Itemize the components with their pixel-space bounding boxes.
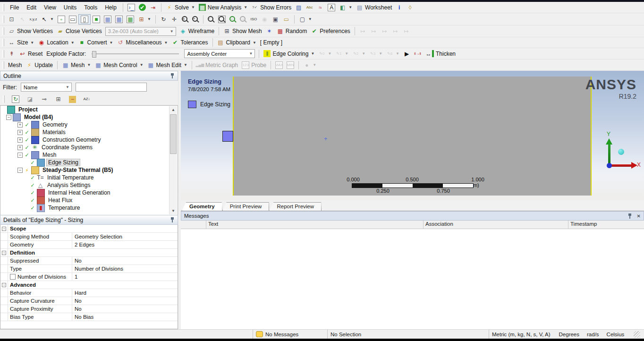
details-row[interactable]: TypeNumber of Divisions (0, 265, 178, 273)
wireframe-button[interactable]: ◈Wireframe (178, 26, 216, 36)
update-button[interactable]: ⚡Update (24, 60, 55, 70)
tag-icon[interactable]: ◊ (405, 2, 415, 13)
edge-direction-icon-4[interactable]: ↦ (390, 26, 401, 36)
direction-pin-icon[interactable]: ▶ (401, 49, 412, 59)
details-value[interactable]: 2 Edges (72, 241, 178, 248)
new-comment-icon[interactable]: Abc (304, 2, 315, 13)
convert-button[interactable]: ■Convert▼ (76, 37, 115, 48)
scrollbar-thumb[interactable] (170, 114, 177, 154)
wand-button[interactable]: ◪ (25, 94, 35, 104)
zoom-in-icon[interactable]: + (190, 14, 201, 25)
tree-item-analysis-settings[interactable]: ✓△Analysis Settings (0, 181, 178, 189)
wind-vane-icon[interactable]: ✶ (264, 26, 275, 36)
tree-item-coordinate-systems[interactable]: +✓✳Coordinate Systems (0, 144, 178, 151)
remote-solve-icon[interactable]: ⇥ (148, 2, 159, 13)
details-row[interactable]: Bias TypeNo Bias (0, 313, 178, 321)
tab-print-preview[interactable]: Print Preview (222, 202, 270, 211)
new-analysis-button[interactable]: ▦New Analysis▼ (197, 2, 249, 13)
column-header-text[interactable]: Text (206, 221, 424, 229)
sort-az-button[interactable]: AZ↓ (81, 94, 92, 104)
show-vertices-button[interactable]: ▱Show Vertices (6, 26, 55, 36)
menu-units[interactable]: Units (60, 3, 80, 12)
edge-direction-icon-2[interactable]: ↦ (368, 26, 379, 36)
mesh-edit-button[interactable]: ▦Mesh Edit▼ (145, 60, 189, 70)
toolbar-grip[interactable] (2, 27, 4, 35)
menu-help[interactable]: Help (101, 3, 120, 12)
collapse-icon[interactable]: − (2, 227, 6, 231)
min-annotation-icon[interactable]: MIN (285, 60, 296, 70)
collapse-icon[interactable]: − (2, 283, 6, 287)
new-figure-icon[interactable]: ▨ (293, 2, 304, 13)
explode-reset-button[interactable]: ↩Reset (17, 49, 44, 59)
collapse-icon[interactable]: − (2, 251, 6, 255)
menu-tools[interactable]: Tools (80, 3, 101, 12)
filter-select[interactable]: Name ▼ (21, 83, 72, 92)
thicken-button[interactable]: ↔Thicken (423, 49, 458, 59)
checkbox[interactable] (10, 274, 16, 280)
viewport[interactable]: + Edge Sizing 7/8/2020 7:58 AM Edge Sizi… (181, 71, 644, 200)
menu-edit[interactable]: Edit (23, 3, 40, 12)
select-element-faces-icon[interactable]: ▦ (125, 14, 136, 25)
menu-file[interactable]: File (6, 3, 23, 12)
next-view-icon[interactable]: → (238, 14, 248, 25)
coordinates-pick-icon[interactable]: x,y,z (28, 14, 39, 25)
details-row[interactable]: Number of Divisions1 (0, 273, 178, 281)
command-window-icon[interactable]: ›_ (126, 2, 137, 13)
tab-geometry[interactable]: Geometry (182, 202, 222, 211)
edge-coloring-button[interactable]: ‖Edge Coloring▼ (262, 49, 316, 59)
fit-view-icon[interactable]: ◦ (206, 14, 216, 25)
details-value[interactable]: Number of Divisions (72, 265, 178, 273)
selection-info-icon[interactable]: i (394, 2, 405, 13)
expand-all-button[interactable]: ⊞ (53, 94, 64, 104)
viewports-icon[interactable]: ▣ (270, 14, 281, 25)
column-header-association[interactable]: Association (424, 221, 568, 229)
pin-icon[interactable] (628, 213, 632, 219)
iso-view-icon[interactable]: ISO (248, 14, 259, 25)
details-category-row[interactable]: −Definition (0, 249, 178, 257)
zoom-icon[interactable]: ± (180, 14, 190, 25)
face-select-icon[interactable]: ▯ (78, 14, 91, 25)
tree-item-internal-heat-generation[interactable]: ✓Internal Heat Generation (0, 189, 178, 196)
collapse-icon[interactable]: − (6, 115, 11, 120)
tolerances-button[interactable]: ✔Tolerances (169, 37, 210, 48)
assembly-center-select[interactable]: Assembly Center▼ (184, 49, 255, 58)
mesh-menu-button[interactable]: ▦Mesh▼ (60, 60, 93, 70)
tree-item-construction-geometry[interactable]: +✓Construction Geometry (0, 136, 178, 144)
details-row[interactable]: Scoping MethodGeometry Selection (0, 233, 178, 241)
details-value[interactable]: Geometry Selection (72, 233, 178, 240)
previous-view-icon[interactable]: ← (228, 14, 238, 25)
scroll-up-icon[interactable]: ▲ (169, 106, 177, 113)
details-value[interactable]: No (72, 305, 178, 313)
tree-item-mesh[interactable]: −✓Mesh (0, 151, 178, 159)
toolbar-grip[interactable] (2, 39, 4, 46)
tree-item-project[interactable]: Project (0, 106, 178, 113)
random-colors-button[interactable]: ▩Random (275, 26, 309, 36)
edge-direction-icon-1[interactable]: ↦ (357, 26, 368, 36)
tree-item-edge-sizing[interactable]: ✓Edge Sizing (0, 159, 178, 166)
slider-thumb[interactable] (92, 51, 96, 58)
pan-icon[interactable]: ✛ (169, 14, 180, 25)
edge-pen-0-icon[interactable]: ✎0▼ (316, 49, 333, 59)
details-value[interactable]: Hard (72, 289, 178, 297)
max-annotation-icon[interactable]: MAX (273, 60, 285, 70)
tree-scrollbar[interactable]: ▲ ▼ (169, 106, 177, 214)
graph-dependencies-button[interactable]: ⊸ (39, 94, 50, 104)
details-category-row[interactable]: −Scope (0, 225, 178, 233)
close-vertices-button[interactable]: ▰Close Vertices (55, 26, 104, 36)
show-errors-button[interactable]: ?✓Show Errors (249, 2, 293, 13)
thin-edges-icon[interactable]: ‖→‖ (412, 49, 423, 59)
label-pick-icon[interactable]: ⊡ (6, 14, 17, 25)
expand-icon[interactable]: + (17, 130, 23, 135)
edge-pen-3-icon[interactable]: ✎3▼ (367, 49, 384, 59)
explode-spring-icon[interactable]: ↟ (6, 49, 17, 59)
details-row[interactable]: Capture ProximityNo (0, 305, 178, 313)
explode-factor-slider[interactable] (92, 49, 179, 59)
details-row[interactable]: BehaviorHard (0, 289, 178, 297)
toolbar-grip[interactable] (2, 16, 4, 23)
toolbar-grip[interactable] (2, 61, 4, 69)
details-category-row[interactable]: −Advanced (0, 281, 178, 289)
select-mode-icon[interactable]: ↖▼ (39, 14, 56, 25)
miscellaneous-button[interactable]: ↺Miscellaneous▼ (115, 37, 170, 48)
edge-direction-icon-5[interactable]: ↦ (401, 26, 412, 36)
details-row[interactable]: Geometry2 Edges (0, 241, 178, 249)
